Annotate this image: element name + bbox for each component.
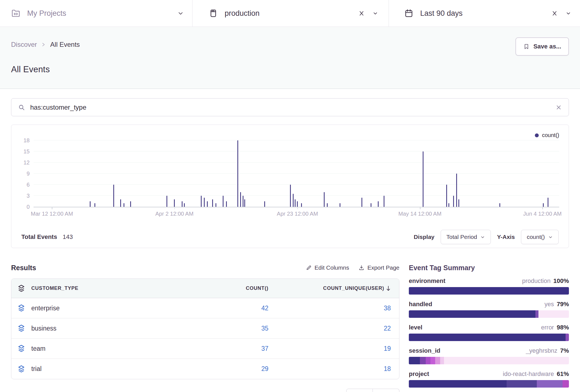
top-navigation-bar: My Projects production Last 90 days: [0, 0, 580, 27]
environment-value: production: [225, 9, 260, 18]
environment-selector[interactable]: production: [192, 0, 389, 27]
cell-count-link[interactable]: 37: [188, 345, 277, 352]
page-title: All Events: [11, 65, 50, 74]
search-bar: [11, 98, 569, 116]
chart-bar: [371, 203, 371, 207]
search-input[interactable]: [30, 104, 555, 111]
tag-distribution-bar[interactable]: [409, 287, 569, 295]
clear-search-icon[interactable]: [555, 104, 562, 111]
cell-count-link[interactable]: 42: [188, 305, 277, 312]
breadcrumb-discover-link[interactable]: Discover: [11, 41, 37, 48]
tag-bar-segment[interactable]: [440, 357, 444, 364]
stack-icon[interactable]: [17, 284, 25, 293]
chart-bar: [184, 203, 185, 207]
previous-page-button[interactable]: [346, 389, 373, 392]
chart-bar: [264, 201, 265, 207]
results-table-header: CUSTOMER_TYPE COUNT() COUNT_UNIQUE(USER): [11, 279, 399, 298]
tag-summary-heading: Event Tag Summary: [409, 262, 569, 273]
tag-bar-segment[interactable]: [566, 334, 569, 341]
tag-bar-segment[interactable]: [535, 310, 539, 318]
tag-summary-list: environment production 100% handled yes …: [409, 277, 569, 388]
tag-distribution-bar[interactable]: [409, 357, 569, 364]
chevron-down-icon: [480, 235, 485, 239]
main-content: count() 0369121518Mar 12 12:00 AMApr 2 1…: [0, 98, 580, 392]
chart-bar: [543, 203, 544, 207]
tag-bar-segment[interactable]: [409, 310, 535, 318]
tag-distribution-bar[interactable]: [409, 334, 569, 341]
page-header: Discover All Events Save as... All Event…: [0, 27, 580, 89]
cell-customer-type: trial: [31, 365, 188, 373]
tag-bar-segment[interactable]: [537, 380, 562, 388]
column-header-count[interactable]: COUNT(): [188, 285, 277, 291]
results-section: Results Edit Columns Export Page CUSTOME…: [11, 262, 399, 392]
chart-bar: [446, 185, 447, 207]
project-selector[interactable]: My Projects: [0, 0, 192, 27]
tag-bar-segment[interactable]: [507, 380, 537, 388]
column-header-count-unique[interactable]: COUNT_UNIQUE(USER): [277, 285, 399, 291]
export-page-button[interactable]: Export Page: [358, 264, 399, 271]
next-page-button[interactable]: [373, 389, 399, 392]
tag-name: handled: [409, 301, 432, 308]
y-axis-tick-label: 0: [27, 204, 30, 210]
chevron-down-icon[interactable]: [372, 10, 379, 17]
tag-bar-segment[interactable]: [420, 357, 425, 364]
clear-environment-icon[interactable]: [358, 10, 365, 17]
table-row: team3719: [11, 339, 399, 359]
x-axis-tick: [420, 207, 420, 209]
tag-bar-segment[interactable]: [409, 334, 566, 341]
cell-count-unique-link[interactable]: 19: [277, 345, 399, 352]
tag-distribution-bar[interactable]: [409, 380, 569, 388]
stack-icon[interactable]: [17, 344, 25, 353]
cell-count-link[interactable]: 35: [188, 325, 277, 332]
cell-count-link[interactable]: 29: [188, 365, 277, 373]
edit-columns-button[interactable]: Edit Columns: [306, 264, 349, 271]
tag-bar-segment[interactable]: [409, 380, 507, 388]
chart-bar: [340, 203, 340, 207]
tag-bar-segment[interactable]: [409, 357, 420, 364]
display-dropdown[interactable]: Total Period: [441, 230, 491, 244]
chart-bar: [207, 201, 208, 207]
table-row: trial2918: [11, 359, 399, 379]
chart-plot-area: 0369121518Mar 12 12:00 AMApr 2 12:00 AMA…: [34, 140, 559, 207]
tag-bar-segment[interactable]: [409, 287, 569, 295]
cell-count-unique-link[interactable]: 18: [277, 365, 399, 373]
stack-icon[interactable]: [17, 324, 25, 332]
tag-top-value: ido-react-hardware: [503, 370, 554, 378]
save-as-button[interactable]: Save as...: [515, 37, 569, 56]
stack-icon[interactable]: [17, 365, 25, 373]
tag-bar-segment[interactable]: [563, 380, 569, 388]
clear-date-icon[interactable]: [551, 10, 558, 17]
tag-bar-segment[interactable]: [435, 357, 440, 364]
gridline: [34, 151, 559, 151]
tag-bar-segment[interactable]: [430, 357, 435, 364]
cell-count-unique-link[interactable]: 22: [277, 325, 399, 332]
gridline: [34, 195, 559, 196]
y-axis-dropdown[interactable]: count(): [521, 230, 559, 244]
chevron-down-icon[interactable]: [565, 10, 572, 17]
tag-bar-segment[interactable]: [444, 357, 569, 364]
tag-bar-segment[interactable]: [426, 357, 430, 364]
chart-bar: [423, 151, 424, 207]
chevron-down-icon[interactable]: [177, 10, 184, 17]
date-range-selector[interactable]: Last 90 days: [389, 0, 580, 27]
stack-icon[interactable]: [17, 304, 25, 312]
tag-top-percentage: 98%: [557, 324, 569, 331]
cell-customer-type: business: [31, 325, 188, 332]
chart-bar: [361, 198, 362, 207]
bookmark-icon: [523, 43, 530, 50]
chart-bar: [293, 194, 294, 207]
tag-distribution-bar[interactable]: [409, 310, 569, 318]
breadcrumb: Discover All Events: [11, 41, 80, 48]
chart-bar: [182, 201, 183, 207]
cell-count-unique-link[interactable]: 38: [277, 305, 399, 312]
date-range-value: Last 90 days: [420, 9, 463, 18]
tag-top-percentage: 7%: [560, 347, 569, 354]
y-axis-tick-label: 3: [27, 193, 30, 199]
tag-bar-segment[interactable]: [538, 310, 569, 318]
download-icon: [358, 265, 365, 271]
stack-icon[interactable]: [11, 284, 31, 293]
column-header-customer-type[interactable]: CUSTOMER_TYPE: [31, 285, 188, 291]
chart-legend-count[interactable]: count(): [535, 132, 559, 138]
chart-bar: [548, 198, 548, 207]
cell-customer-type: team: [31, 345, 188, 352]
